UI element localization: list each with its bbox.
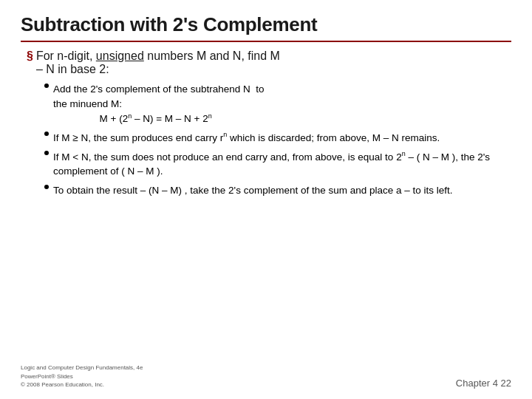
sub-bullet-text-2: If M ≥ N, the sum produces end carry rn …	[53, 130, 511, 145]
sub-bullet-3: If M < N, the sum does not produce an en…	[44, 149, 511, 179]
main-bullet: § For n-digit, unsigned numbers M and N,…	[21, 50, 511, 76]
sub-bullet-text-4: To obtain the result – (N – M) , take th…	[53, 183, 511, 198]
title-divider	[21, 41, 511, 42]
footer: Logic and Computer Design Fundamentals, …	[21, 359, 511, 389]
sub-bullet-2: If M ≥ N, the sum produces end carry rn …	[44, 130, 511, 145]
bullet-symbol: §	[27, 50, 33, 76]
main-bullet-text: For n-digit, unsigned numbers M and N, f…	[36, 50, 280, 76]
sub-bullets-container: Add the 2's complement of the subtrahend…	[21, 82, 511, 197]
bullet-dot-4	[44, 185, 49, 189]
bullet-dot-3	[44, 151, 49, 155]
formula-1: M + (2n – N) = M – N + 2n	[53, 113, 212, 124]
footer-line1: Logic and Computer Design Fundamentals, …	[21, 364, 143, 372]
bullet-dot-1	[44, 83, 49, 88]
sub-bullet-1: Add the 2's complement of the subtrahend…	[44, 82, 511, 126]
sub-bullet-text-1: Add the 2's complement of the subtrahend…	[53, 82, 511, 126]
slide-title: Subtraction with 2's Complement	[21, 13, 511, 36]
slide: Subtraction with 2's Complement § For n-…	[0, 0, 532, 399]
sub-bullet-text-3: If M < N, the sum does not produce an en…	[53, 149, 511, 179]
sub-bullet-4: To obtain the result – (N – M) , take th…	[44, 183, 511, 198]
footer-right: Chapter 4 22	[456, 378, 511, 389]
footer-left: Logic and Computer Design Fundamentals, …	[21, 364, 143, 389]
footer-line2: PowerPoint® Slides	[21, 372, 143, 381]
footer-line3: © 2008 Pearson Education, Inc.	[21, 381, 143, 389]
bullet-dot-2	[44, 132, 49, 136]
